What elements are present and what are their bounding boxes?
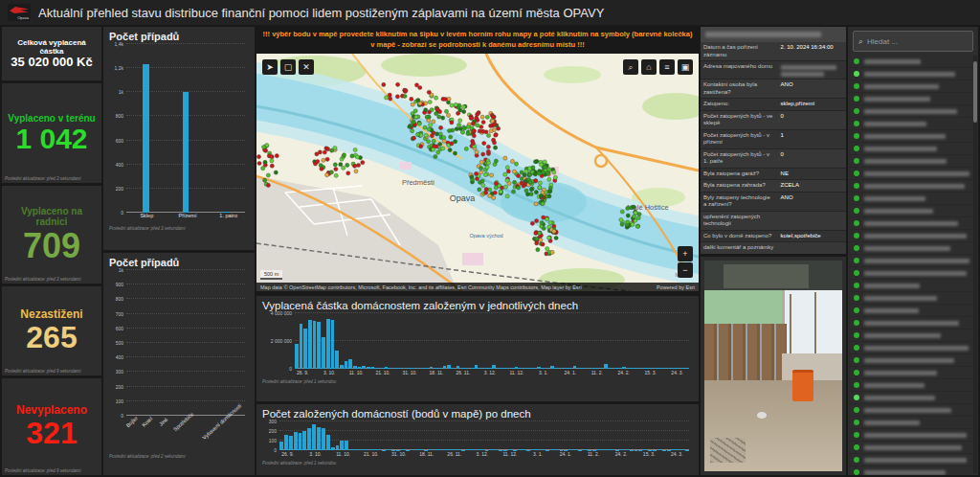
- bar[interactable]: [284, 435, 288, 450]
- x-axis-tick: 11. 10.: [336, 451, 350, 457]
- attribute-row: Počet zatopených bytů - v přízemí1: [701, 130, 846, 149]
- x-axis-tick: 15. 3.: [644, 370, 657, 375]
- list-item[interactable]: [848, 379, 978, 392]
- list-item[interactable]: [848, 417, 978, 429]
- map-search-button[interactable]: ⌕: [623, 59, 638, 75]
- list-item[interactable]: [848, 466, 978, 475]
- bar[interactable]: [348, 359, 352, 369]
- bar[interactable]: [331, 320, 335, 369]
- basemap-button[interactable]: ▣: [678, 59, 693, 75]
- stat-card-1[interactable]: Vyplaceno v terénu1 042Poslední aktualiz…: [2, 83, 101, 183]
- list-item[interactable]: [848, 180, 978, 193]
- bar[interactable]: [307, 428, 311, 450]
- list-item[interactable]: [848, 255, 978, 267]
- bar[interactable]: [326, 319, 330, 369]
- attribute-row: Zatopeno:sklep,přízemí: [701, 99, 846, 111]
- zoom-in-button[interactable]: +: [678, 246, 693, 261]
- stat-card-3[interactable]: Nezastiženi265Poslední aktualizace: před…: [2, 286, 101, 375]
- legend-button[interactable]: ≡: [659, 59, 675, 75]
- search-input[interactable]: [867, 37, 968, 46]
- list-item[interactable]: [848, 354, 978, 367]
- bar[interactable]: [143, 64, 149, 213]
- bar[interactable]: [300, 324, 303, 369]
- bar[interactable]: [299, 433, 302, 451]
- list-item[interactable]: [848, 317, 978, 329]
- bar[interactable]: [312, 424, 316, 450]
- stat-card-0[interactable]: Celková vyplacená částka35 020 000 Kč: [2, 27, 101, 80]
- bar[interactable]: [303, 329, 307, 369]
- list-item[interactable]: [848, 442, 978, 454]
- zoom-out-button[interactable]: −: [678, 262, 693, 278]
- attachment-photo[interactable]: [704, 261, 842, 471]
- bar[interactable]: [335, 351, 339, 369]
- logo-swoosh-icon: [10, 7, 29, 13]
- bar[interactable]: [289, 436, 293, 450]
- opava-logo: Opava: [8, 4, 31, 21]
- bar[interactable]: [294, 432, 298, 450]
- extent-tool-button[interactable]: ▢: [280, 59, 296, 75]
- bar[interactable]: [183, 92, 189, 213]
- list-item[interactable]: [848, 193, 978, 205]
- bar[interactable]: [279, 442, 283, 451]
- list-item[interactable]: [848, 93, 978, 105]
- redacted-list-text: [864, 134, 946, 139]
- y-axis-tick: 1,4k: [115, 41, 123, 47]
- bar[interactable]: [313, 321, 317, 369]
- list-item[interactable]: [848, 205, 978, 217]
- bar[interactable]: [322, 428, 325, 451]
- bar[interactable]: [317, 322, 321, 369]
- list-search-box[interactable]: ⌕: [853, 31, 973, 52]
- list-item[interactable]: [848, 105, 978, 118]
- home-button[interactable]: ⌂: [641, 59, 657, 75]
- list-item[interactable]: [848, 56, 978, 68]
- scrollbar-thumb[interactable]: [973, 61, 977, 123]
- list-item[interactable]: [848, 242, 978, 255]
- attribute-row: Počet zatopených bytů - v 1. patře0: [701, 149, 846, 169]
- list-scrollbar[interactable]: [973, 56, 977, 473]
- list-item[interactable]: [848, 404, 978, 417]
- bar[interactable]: [326, 435, 330, 450]
- list-item[interactable]: [848, 143, 978, 155]
- list-item[interactable]: [848, 342, 978, 354]
- list-item[interactable]: [848, 280, 978, 292]
- select-tool-button[interactable]: ➤: [262, 59, 278, 75]
- bar[interactable]: [345, 441, 348, 451]
- bar[interactable]: [302, 431, 306, 451]
- redacted-list-text: [864, 159, 947, 164]
- bar[interactable]: [345, 361, 348, 369]
- list-item[interactable]: [848, 217, 978, 230]
- list-item[interactable]: [848, 367, 978, 379]
- bar[interactable]: [295, 344, 299, 369]
- bar[interactable]: [322, 337, 325, 369]
- list-item[interactable]: [848, 454, 978, 466]
- bar[interactable]: [308, 320, 312, 369]
- y-axis-tick: 500: [116, 340, 123, 346]
- list-item[interactable]: [848, 130, 978, 143]
- list-item[interactable]: [848, 168, 978, 180]
- x-axis-tick: 15. 3.: [643, 451, 656, 457]
- bar[interactable]: [222, 212, 229, 214]
- stat-card-2[interactable]: Vyplaceno na radnici709Poslední aktualiz…: [2, 186, 101, 284]
- list-item[interactable]: [848, 429, 978, 442]
- stat-card-4[interactable]: Nevyplaceno321Poslední aktualizace: před…: [2, 378, 101, 475]
- list-item[interactable]: [848, 267, 978, 280]
- bar[interactable]: [317, 427, 321, 451]
- close-selection-button[interactable]: ✕: [299, 59, 314, 75]
- list-item[interactable]: [848, 392, 978, 404]
- status-dot-icon: [854, 158, 859, 164]
- list-item[interactable]: [848, 80, 978, 93]
- list-item[interactable]: [848, 155, 978, 168]
- bar[interactable]: [340, 441, 344, 450]
- map-canvas[interactable]: Předměstí Opava Malé Hoštice Opava výcho…: [256, 54, 699, 291]
- attribute-row: Byla zatopena garáž?NE: [701, 169, 846, 181]
- list-item[interactable]: [848, 68, 978, 80]
- list-item[interactable]: [848, 329, 978, 342]
- list-item[interactable]: [848, 118, 978, 130]
- list-item[interactable]: [848, 305, 978, 317]
- map[interactable]: Předměstí Opava Malé Hoštice Opava výcho…: [256, 54, 699, 291]
- redacted-value: [781, 65, 837, 70]
- x-axis-tick: 18. 11.: [430, 370, 444, 375]
- list-item[interactable]: [848, 292, 978, 305]
- list-item[interactable]: [848, 230, 978, 242]
- x-axis-tick: 18. 11.: [419, 451, 434, 457]
